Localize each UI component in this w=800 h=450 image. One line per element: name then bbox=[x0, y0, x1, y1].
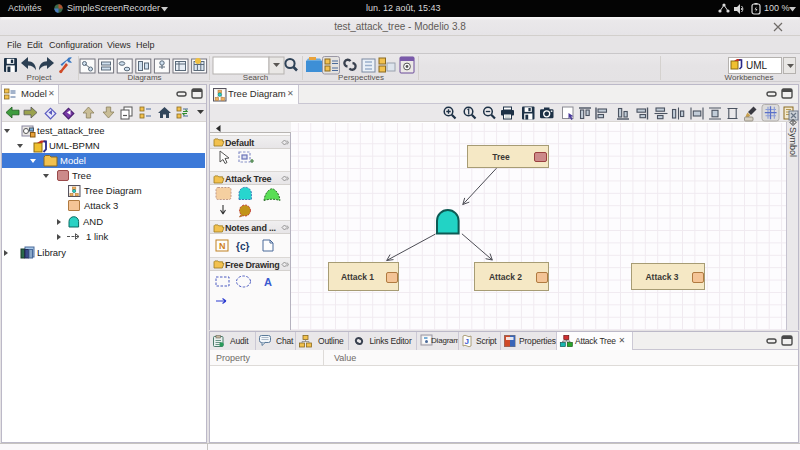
svg-text:A: A bbox=[264, 276, 272, 288]
svg-text:N: N bbox=[219, 241, 226, 251]
svg-text:J: J bbox=[464, 337, 468, 346]
svg-text:{c}: {c} bbox=[236, 241, 249, 252]
